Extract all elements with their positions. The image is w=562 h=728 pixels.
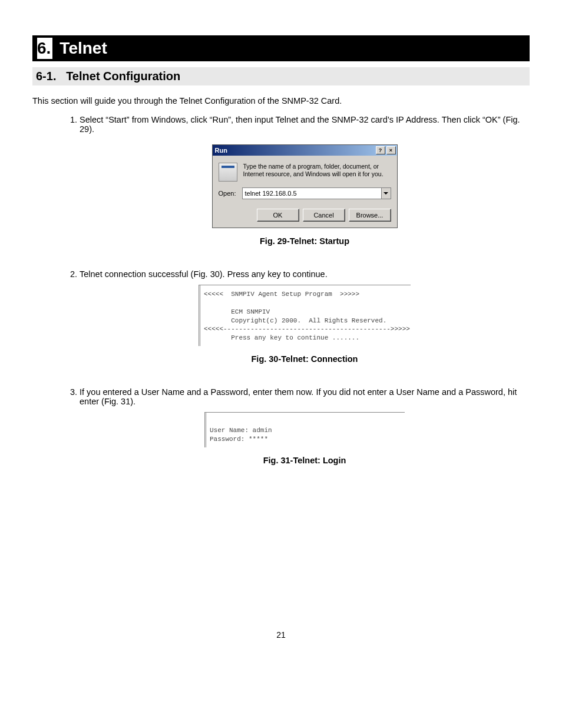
step-2-text: Telnet connection successful (Fig. 30). … [80, 269, 328, 279]
run-icon [219, 163, 237, 182]
fig31-caption: Fig. 31-Telnet: Login [80, 456, 530, 465]
ok-button[interactable]: OK [257, 209, 299, 222]
step-2: Telnet connection successful (Fig. 30). … [80, 269, 530, 364]
section-heading: 6-1. Telnet Configuration [32, 67, 530, 85]
open-input[interactable]: telnet 192.168.0.5 [243, 190, 381, 197]
telnet-console-fig30: <<<<< SNMPIV Agent Setup Program >>>>> E… [199, 285, 411, 346]
dropdown-arrow-icon[interactable] [381, 188, 391, 199]
telnet-console-fig31: User Name: admin Password: ***** [204, 412, 405, 447]
chapter-heading: 6. Telnet [32, 35, 530, 61]
fig30-caption: Fig. 30-Telnet: Connection [80, 354, 530, 364]
section-number: 6-1. [36, 70, 56, 83]
page-number: 21 [32, 630, 530, 640]
section-title: Telnet Configuration [66, 70, 180, 83]
run-description: Type the name of a program, folder, docu… [243, 163, 391, 182]
help-button[interactable]: ? [376, 146, 385, 154]
step-3-text: If you entered a User Name and a Passwor… [80, 387, 517, 406]
open-label: Open: [219, 190, 237, 197]
intro-text: This section will guide you through the … [32, 96, 530, 106]
step-1: Select “Start” from Windows, click “Run”… [80, 115, 530, 246]
browse-button[interactable]: Browse... [349, 209, 391, 222]
cancel-button[interactable]: Cancel [303, 209, 345, 222]
step-3: If you entered a User Name and a Passwor… [80, 387, 530, 465]
chapter-number: 6. [37, 38, 52, 59]
run-dialog: Run ? × Type the name of a program, fold… [212, 144, 398, 228]
open-combobox[interactable]: telnet 192.168.0.5 [242, 187, 391, 199]
fig29-caption: Fig. 29-Telnet: Startup [80, 236, 530, 246]
step-1-text: Select “Start” from Windows, click “Run”… [80, 115, 520, 134]
close-button[interactable]: × [386, 146, 396, 154]
run-titlebar: Run ? × [213, 145, 397, 156]
run-title-text: Run [215, 147, 375, 154]
chapter-title: Telnet [59, 39, 107, 58]
